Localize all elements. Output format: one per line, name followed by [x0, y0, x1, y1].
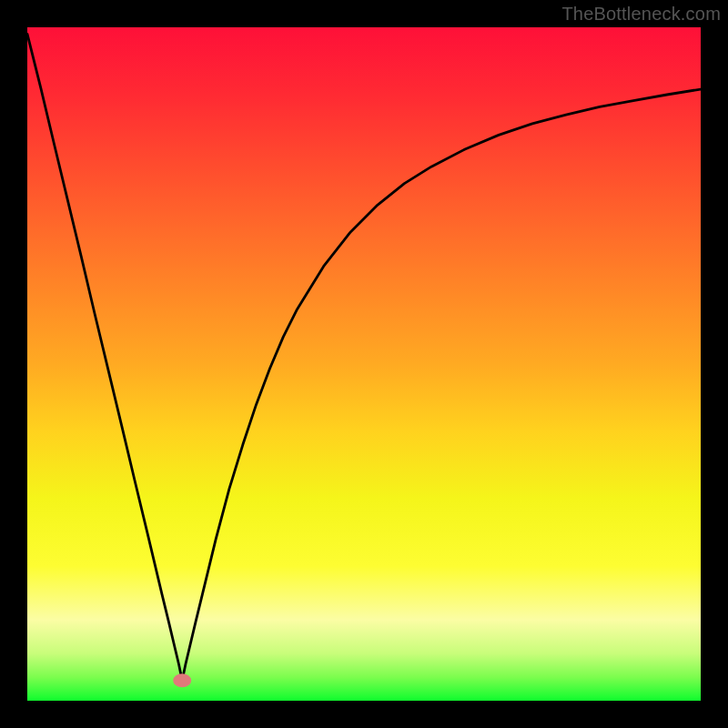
chart-background: [27, 27, 701, 701]
chart-svg: [27, 27, 701, 701]
min-marker: [173, 673, 191, 687]
chart-frame: TheBottleneck.com: [0, 0, 728, 728]
watermark-text: TheBottleneck.com: [561, 4, 721, 25]
plot-area: [27, 27, 701, 701]
